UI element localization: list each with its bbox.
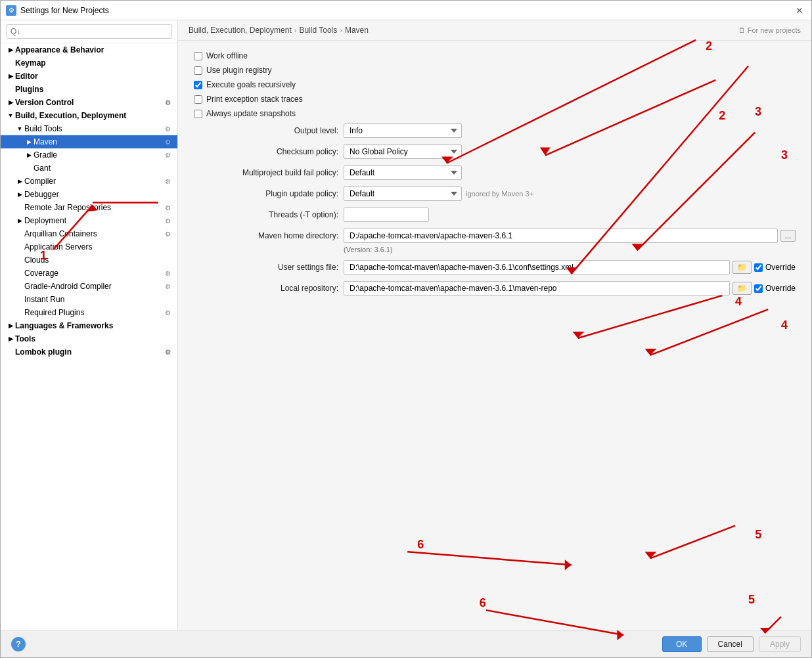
plugin-update-control: Default ignored by Maven 3+	[344, 186, 796, 201]
local-repo-override-checkbox[interactable]	[754, 284, 763, 293]
sidebar-item-coverage[interactable]: Coverage ⚙	[1, 267, 177, 280]
sidebar-item-label: Required Plugins	[24, 308, 163, 317]
window-title: Settings for New Projects	[20, 6, 109, 15]
expand-arrow: ▼	[6, 111, 15, 120]
breadcrumb-part2: Build Tools	[299, 26, 337, 35]
sidebar-item-build-tools[interactable]: ▼ Build Tools ⚙	[1, 122, 177, 135]
checksum-policy-dropdown[interactable]: No Global Policy	[344, 144, 462, 159]
close-button[interactable]: ✕	[793, 4, 806, 17]
local-repo-input[interactable]	[344, 281, 730, 296]
output-level-dropdown[interactable]: Info	[344, 123, 462, 138]
sidebar: ▶ Appearance & Behavior Keymap ▶ Editor …	[1, 20, 178, 630]
maven-home-input-wrapper: ...	[344, 229, 796, 243]
user-settings-row: User settings file: 📁 Override	[194, 260, 796, 274]
print-exception-row: Print exception stack traces	[194, 95, 796, 104]
checksum-policy-label: Checksum policy:	[194, 147, 338, 156]
sidebar-item-label: Coverage	[24, 269, 163, 278]
sidebar-item-build-execution[interactable]: ▼ Build, Execution, Deployment	[1, 109, 177, 122]
expand-arrow: ▶	[24, 137, 34, 146]
sidebar-item-plugins[interactable]: Plugins	[1, 83, 177, 96]
sidebar-item-remote-jar[interactable]: Remote Jar Repositories ⚙	[1, 201, 177, 214]
svg-text:6: 6	[417, 538, 424, 551]
local-repo-input-wrapper: 📁 Override	[344, 281, 796, 296]
search-input[interactable]	[6, 24, 172, 39]
sidebar-item-arquillian[interactable]: Arquillian Containers ⚙	[1, 227, 177, 240]
use-plugin-registry-checkbox[interactable]	[194, 66, 202, 75]
apply-button[interactable]: Apply	[759, 636, 801, 652]
svg-marker-13	[565, 559, 572, 570]
expand-arrow: ▶	[15, 190, 24, 199]
user-settings-input[interactable]	[344, 260, 730, 274]
expand-arrow	[15, 308, 24, 317]
sidebar-item-label: Languages & Frameworks	[15, 321, 172, 330]
sidebar-item-clouds[interactable]: Clouds	[1, 253, 177, 267]
sidebar-item-lombok[interactable]: Lombok plugin ⚙	[1, 345, 177, 359]
sidebar-item-gradle[interactable]: ▶ Gradle ⚙	[1, 148, 177, 162]
execute-goals-label: Execute goals recursively	[206, 80, 296, 89]
breadcrumb-sep2: ›	[340, 26, 342, 34]
for-new-icon: 🗒	[738, 26, 746, 34]
print-exception-checkbox[interactable]	[194, 95, 202, 104]
svg-line-6	[650, 309, 769, 355]
sidebar-item-version-control[interactable]: ▶ Version Control ⚙	[1, 96, 177, 109]
cancel-button[interactable]: Cancel	[707, 636, 754, 652]
sidebar-item-appearance[interactable]: ▶ Appearance & Behavior	[1, 43, 177, 56]
expand-arrow: ▶	[6, 321, 15, 330]
sidebar-item-instant-run[interactable]: Instant Run	[1, 293, 177, 306]
sidebar-item-required-plugins[interactable]: Required Plugins ⚙	[1, 306, 177, 319]
work-offline-checkbox[interactable]	[194, 52, 202, 60]
sidebar-item-gant[interactable]: Gant	[1, 162, 177, 175]
maven-home-input[interactable]	[344, 229, 778, 243]
sidebar-item-label: Lombok plugin	[15, 347, 163, 357]
local-repo-override: Override	[754, 284, 796, 293]
checksum-policy-row: Checksum policy: No Global Policy	[194, 144, 796, 159]
user-settings-override-checkbox[interactable]	[754, 263, 763, 272]
app-icon: ⚙	[6, 5, 16, 16]
expand-arrow	[24, 164, 34, 173]
plugin-update-label: Plugin update policy:	[194, 189, 338, 198]
config-icon: ⚙	[163, 150, 172, 160]
expand-arrow	[6, 347, 15, 357]
always-update-checkbox[interactable]	[194, 110, 202, 118]
sidebar-item-gradle-android[interactable]: Gradle-Android Compiler ⚙	[1, 280, 177, 293]
sidebar-item-maven[interactable]: ▶ Maven ⚙	[1, 135, 177, 148]
content-area: ▶ Appearance & Behavior Keymap ▶ Editor …	[1, 20, 811, 630]
help-button[interactable]: ?	[11, 637, 26, 651]
sidebar-item-languages[interactable]: ▶ Languages & Frameworks	[1, 319, 177, 332]
threads-input[interactable]	[344, 208, 429, 222]
expand-arrow: ▶	[6, 72, 15, 81]
sidebar-item-editor[interactable]: ▶ Editor	[1, 70, 177, 83]
expand-arrow	[6, 58, 15, 68]
ok-button[interactable]: OK	[662, 636, 702, 652]
sidebar-item-app-servers[interactable]: Application Servers	[1, 240, 177, 253]
breadcrumb-part3: Maven	[345, 26, 369, 35]
expand-arrow	[6, 85, 15, 94]
breadcrumb: Build, Execution, Deployment › Build Too…	[178, 20, 811, 41]
multiproject-policy-dropdown[interactable]: Default	[344, 165, 462, 180]
threads-control	[344, 208, 796, 222]
work-offline-row: Work offline	[194, 51, 796, 60]
execute-goals-checkbox[interactable]	[194, 81, 202, 89]
breadcrumb-part1: Build, Execution, Deployment	[189, 26, 292, 35]
sidebar-item-label: Tools	[15, 334, 172, 343]
maven-home-browse-button[interactable]: ...	[780, 230, 796, 242]
title-bar: ⚙ Settings for New Projects ✕	[1, 1, 811, 20]
local-repo-browse-button[interactable]: 📁	[733, 282, 752, 295]
plugin-update-dropdown[interactable]: Default	[344, 186, 462, 201]
expand-arrow	[15, 282, 24, 291]
settings-panel: Work offline Use plugin registry Execute…	[178, 41, 811, 630]
sidebar-item-tools[interactable]: ▶ Tools	[1, 332, 177, 345]
expand-arrow: ▶	[24, 150, 34, 160]
threads-label: Threads (-T option):	[194, 210, 338, 219]
user-settings-browse-button[interactable]: 📁	[733, 261, 752, 274]
sidebar-item-deployment[interactable]: ▶ Deployment ⚙	[1, 214, 177, 227]
svg-marker-10	[645, 552, 657, 558]
expand-arrow: ▶	[6, 98, 15, 107]
ignored-text: ignored by Maven 3+	[466, 190, 533, 198]
sidebar-item-compiler[interactable]: ▶ Compiler ⚙	[1, 175, 177, 188]
sidebar-item-debugger[interactable]: ▶ Debugger	[1, 188, 177, 201]
dialog-buttons: ? OK Cancel Apply	[1, 630, 811, 657]
sidebar-item-label: Appearance & Behavior	[15, 45, 172, 55]
breadcrumb-sep1: ›	[294, 26, 297, 34]
sidebar-item-keymap[interactable]: Keymap	[1, 56, 177, 70]
